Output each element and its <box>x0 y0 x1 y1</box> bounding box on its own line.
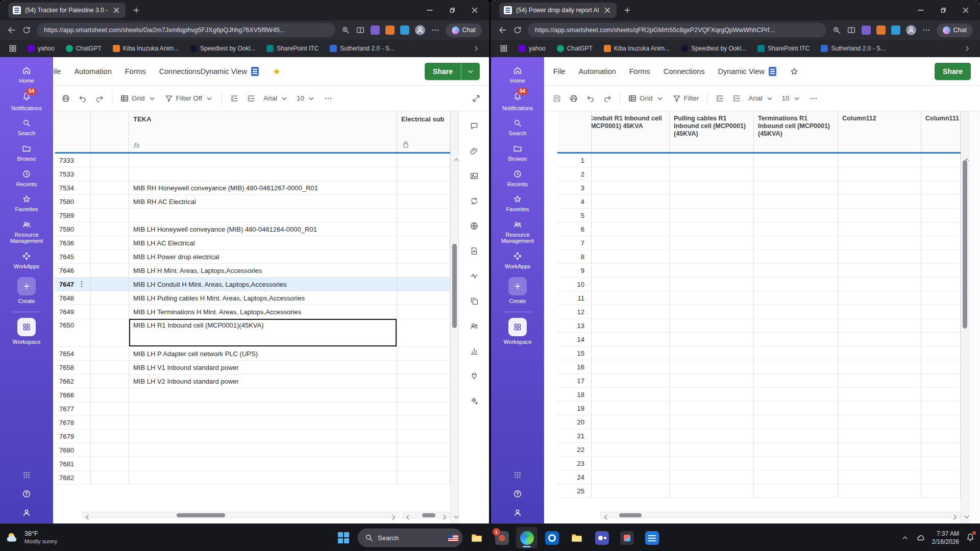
cell-conduit[interactable] <box>592 181 670 195</box>
table-row[interactable]: 11 <box>544 291 961 305</box>
cell-electrical[interactable] <box>397 471 450 485</box>
indicator-cell[interactable] <box>91 167 129 181</box>
bookmarks-overflow-icon[interactable] <box>472 44 481 53</box>
cell-electrical[interactable] <box>397 250 450 264</box>
minimize-button[interactable] <box>419 1 441 19</box>
row-number-cell[interactable]: 7589 <box>55 209 91 222</box>
menu-dynamic-view[interactable]: Dynamic View <box>200 67 247 76</box>
table-row[interactable]: 16 <box>544 360 961 374</box>
table-row[interactable]: 3 <box>544 181 961 195</box>
cell-column111[interactable] <box>921 222 961 236</box>
cell-conduit[interactable] <box>592 346 670 360</box>
sidebar-item-recents[interactable]: Recents <box>491 166 544 191</box>
cell-column112[interactable] <box>838 305 921 319</box>
view-selector[interactable]: Grid <box>628 94 665 103</box>
address-bar[interactable]: https://app.smartsheet.com/sheets/Gw2m7J… <box>37 23 335 37</box>
row-number-cell[interactable]: 7680 <box>55 443 91 457</box>
cell-column112[interactable] <box>838 181 921 195</box>
font-selector[interactable]: Arial <box>749 94 774 103</box>
table-row[interactable]: 7648 MIB LH Pulling cables H Mint. Areas… <box>53 291 450 305</box>
table-row[interactable]: 7681 <box>53 457 450 471</box>
cell-column111[interactable] <box>921 291 961 305</box>
cell-column112[interactable] <box>838 167 921 181</box>
cell-column112[interactable] <box>838 291 921 305</box>
proofs-icon[interactable] <box>470 171 479 181</box>
cell-column111[interactable] <box>921 374 961 388</box>
row-number-cell[interactable]: 18 <box>557 388 592 402</box>
cell-conduit[interactable] <box>592 291 670 305</box>
table-row[interactable]: 15 <box>544 346 961 360</box>
bookmark[interactable]: Sutherland 2.0 - S... <box>821 45 886 52</box>
table-row[interactable]: 19 <box>544 402 961 415</box>
table-row[interactable]: 7678 <box>53 416 450 430</box>
outlook-icon[interactable] <box>541 527 562 548</box>
sidebar-item-home[interactable]: Home <box>491 62 544 88</box>
tab-close-icon[interactable] <box>603 6 612 15</box>
maximize-button[interactable] <box>932 1 954 19</box>
menu-forms[interactable]: Forms <box>629 67 650 76</box>
reload-icon[interactable] <box>513 26 522 35</box>
cell-teka[interactable] <box>129 167 397 181</box>
row-number-cell[interactable]: 7333 <box>55 154 91 167</box>
row-number-cell[interactable]: 1 <box>557 154 592 167</box>
cell-electrical[interactable] <box>397 291 450 305</box>
cell-conduit[interactable] <box>592 443 670 457</box>
table-row[interactable]: 7580 MIB RH AC Electrical <box>53 195 450 209</box>
cell-conduit[interactable] <box>592 374 670 388</box>
table-row[interactable]: 10 <box>544 278 961 291</box>
indicator-cell[interactable] <box>91 278 129 291</box>
cell-electrical[interactable] <box>397 374 450 388</box>
sidebar-item-workspace[interactable]: Workspace <box>0 314 53 349</box>
indicator-cell[interactable] <box>91 361 129 374</box>
cell-pulling-cables[interactable] <box>670 154 754 167</box>
scroll-right-icon[interactable] <box>440 513 449 522</box>
taskbar-search[interactable]: Search <box>358 529 462 547</box>
bookmarks-overflow-icon[interactable] <box>963 44 972 53</box>
filter-selector[interactable]: Filter <box>672 94 699 103</box>
row-number-cell[interactable]: 7650 <box>55 319 91 347</box>
print-icon[interactable] <box>569 94 578 103</box>
cell-column111[interactable] <box>921 402 961 415</box>
cell-electrical[interactable] <box>397 167 450 181</box>
cell-conduit[interactable] <box>592 429 670 443</box>
minimize-button[interactable] <box>910 1 932 19</box>
print-icon[interactable] <box>61 94 70 103</box>
teams-icon[interactable] <box>591 527 612 548</box>
cell-electrical[interactable] <box>397 236 450 250</box>
chat-button[interactable]: Chat <box>937 23 973 37</box>
table-row[interactable]: 7658 MIB LH V1 Inbound standard power <box>53 361 450 374</box>
cell-column112[interactable] <box>838 470 921 484</box>
row-number-cell[interactable]: 8 <box>557 250 592 264</box>
row-number-cell[interactable]: 7666 <box>55 388 91 402</box>
hidden-icons-chevron[interactable] <box>900 533 910 542</box>
cell-teka[interactable]: MIB RH Honeywell conveyance (MIB) 480-04… <box>129 181 397 195</box>
bookmark[interactable]: SharePoint ITC <box>757 45 810 52</box>
outdent-icon[interactable] <box>230 94 239 103</box>
bookmark[interactable]: Kiba Inuzuka Anim... <box>113 45 179 52</box>
redo-icon[interactable] <box>603 94 612 103</box>
row-number-cell[interactable]: 12 <box>557 305 592 319</box>
cell-pulling-cables[interactable] <box>670 388 754 402</box>
cell-electrical[interactable] <box>397 347 450 361</box>
cell-column112[interactable] <box>838 457 921 470</box>
extension-icon[interactable] <box>891 26 900 35</box>
row-number-cell[interactable]: 7636 <box>55 236 91 250</box>
row-number-cell[interactable]: 7580 <box>55 195 91 209</box>
table-row[interactable]: 7666 <box>53 388 450 402</box>
table-row[interactable]: 24 <box>544 470 961 484</box>
taskbar-clock[interactable]: 7:37 AM 2/16/2026 <box>932 530 959 546</box>
cell-pulling-cables[interactable] <box>670 470 754 484</box>
cell-teka[interactable] <box>129 154 397 167</box>
row-number-cell[interactable]: 19 <box>557 402 592 415</box>
scroll-right-icon[interactable] <box>389 513 398 522</box>
share-caret-icon[interactable] <box>461 63 480 80</box>
sidebar-item-search[interactable]: Search <box>491 115 544 140</box>
table-row[interactable]: 23 <box>544 457 961 470</box>
profile-avatar[interactable] <box>415 25 425 35</box>
row-number-cell[interactable]: 17 <box>557 374 592 388</box>
help-icon[interactable] <box>513 489 522 498</box>
cell-electrical[interactable] <box>397 278 450 291</box>
profile-avatar[interactable] <box>906 25 916 35</box>
cell-pulling-cables[interactable] <box>670 291 754 305</box>
table-row[interactable]: 4 <box>544 195 961 209</box>
